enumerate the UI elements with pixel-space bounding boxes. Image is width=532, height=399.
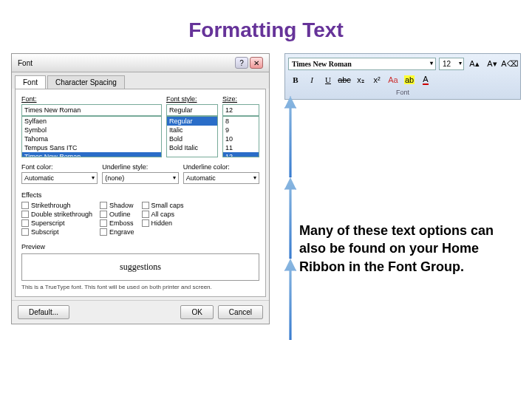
highlight-icon[interactable]: ab	[402, 73, 417, 86]
underline-icon[interactable]: U	[321, 73, 335, 86]
superscript-icon[interactable]: x²	[369, 73, 384, 86]
clear-formatting-icon[interactable]: A⌫	[502, 57, 517, 70]
list-item[interactable]: 11	[223, 143, 259, 152]
list-item[interactable]: Tahoma	[22, 134, 161, 143]
grow-font-icon[interactable]: A▴	[467, 57, 482, 70]
size-input[interactable]	[222, 104, 259, 116]
list-item[interactable]: Regular	[167, 117, 217, 126]
list-item[interactable]: Sylfaen	[22, 117, 161, 126]
chk-all-caps[interactable]: All caps	[142, 211, 184, 218]
list-item[interactable]: Bold Italic	[167, 143, 217, 152]
list-item[interactable]: Symbol	[22, 126, 161, 134]
dialog-titlebar: Font ? ✕	[12, 54, 269, 72]
style-list[interactable]: Regular Italic Bold Bold Italic	[166, 116, 218, 157]
callout-arrow-color	[284, 259, 296, 340]
italic-icon[interactable]: I	[304, 73, 319, 86]
chk-superscript[interactable]: Superscript	[21, 219, 92, 227]
style-label: Font style:	[166, 95, 218, 103]
ribbon-group-label: Font	[288, 89, 517, 96]
font-input[interactable]	[21, 104, 162, 116]
chk-shadow[interactable]: Shadow	[100, 202, 134, 209]
fontcolor-label: Font color:	[21, 163, 98, 171]
default-button[interactable]: Default...	[18, 305, 69, 319]
preview-desc: This is a TrueType font. This font will …	[21, 284, 259, 290]
list-item[interactable]: 10	[223, 134, 259, 143]
chk-outline[interactable]: Outline	[100, 211, 134, 218]
tab-font[interactable]: Font	[15, 75, 46, 89]
font-label: Font:	[21, 95, 162, 103]
font-list[interactable]: Sylfaen Symbol Tahoma Tempus Sans ITC Ti…	[21, 116, 162, 157]
list-item[interactable]: Tempus Sans ITC	[22, 143, 161, 152]
ok-button[interactable]: OK	[180, 305, 213, 319]
effects-title: Effects	[21, 191, 259, 199]
bold-icon[interactable]: B	[288, 73, 303, 86]
cancel-button[interactable]: Cancel	[218, 305, 263, 319]
size-list[interactable]: 8 9 10 11 12	[222, 116, 259, 157]
ribbon-font-dropdown[interactable]: Times New Roman	[288, 58, 436, 70]
underline-label: Underline style:	[102, 163, 178, 171]
chk-emboss[interactable]: Emboss	[100, 219, 134, 227]
ucolor-select[interactable]: Automatic	[183, 172, 259, 184]
subscript-icon[interactable]: x₂	[353, 73, 368, 86]
chk-strikethrough[interactable]: Strikethrough	[21, 202, 92, 209]
dialog-title: Font	[18, 59, 33, 67]
style-input[interactable]	[166, 104, 218, 116]
list-item[interactable]: Italic	[167, 126, 217, 134]
list-item[interactable]: Bold	[167, 134, 217, 143]
ribbon-size-dropdown[interactable]: 12	[439, 58, 464, 70]
list-item[interactable]: 9	[223, 126, 259, 134]
chk-subscript[interactable]: Subscript	[21, 228, 92, 236]
close-button[interactable]: ✕	[250, 57, 263, 69]
callout-arrow-font	[284, 96, 296, 177]
ucolor-label: Underline color:	[183, 163, 259, 171]
chk-double-strikethrough[interactable]: Double strikethrough	[21, 211, 92, 218]
tab-character-spacing[interactable]: Character Spacing	[47, 75, 125, 89]
underline-select[interactable]: (none)	[102, 172, 178, 184]
preview-title: Preview	[21, 243, 259, 250]
change-case-icon[interactable]: Aa	[386, 73, 400, 86]
font-dialog: Font ? ✕ Font Character Spacing Font: Sy…	[11, 53, 270, 324]
body-text: Many of these text options can also be f…	[284, 222, 521, 276]
page-title: Formatting Text	[0, 0, 532, 53]
chk-hidden[interactable]: Hidden	[142, 219, 184, 227]
chk-small-caps[interactable]: Small caps	[142, 202, 184, 209]
font-color-icon[interactable]: A	[418, 73, 433, 86]
font-ribbon-group: Times New Roman 12 A▴ A▾ A⌫ B I U abc x₂…	[284, 53, 521, 100]
preview-box: suggestions	[21, 253, 259, 281]
chk-engrave[interactable]: Engrave	[100, 228, 134, 236]
fontcolor-select[interactable]: Automatic	[21, 172, 98, 184]
list-item[interactable]: 8	[223, 117, 259, 126]
help-button[interactable]: ?	[235, 57, 248, 69]
size-label: Size:	[222, 95, 259, 103]
shrink-font-icon[interactable]: A▾	[485, 57, 499, 70]
list-item[interactable]: Times New Roman	[22, 152, 161, 157]
list-item[interactable]: 12	[223, 152, 259, 157]
strikethrough-icon[interactable]: abc	[337, 73, 352, 86]
